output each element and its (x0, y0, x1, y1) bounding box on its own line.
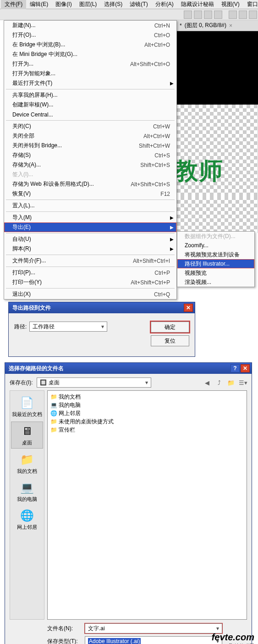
submenu-arrow-icon: ▶ (170, 246, 174, 251)
close-button[interactable]: ✕ (241, 364, 250, 372)
menu-item[interactable]: 导出(E)▶ (4, 222, 176, 232)
ok-button[interactable]: 确定 (151, 322, 189, 333)
menu-item[interactable]: 关闭并转到 Bridge...Shift+Ctrl+W (4, 141, 176, 150)
menu-item[interactable]: 打印(P)...Ctrl+P (4, 268, 176, 278)
dialog-titlebar[interactable]: 选择存储路径的文件名 ? ✕ (5, 363, 252, 374)
menu-item[interactable]: 新建(N)...Ctrl+N (4, 21, 176, 30)
menu-item[interactable]: 文件简介(F)...Alt+Shift+Ctrl+I (4, 256, 176, 266)
toolbar-icon[interactable] (184, 11, 192, 19)
toolbar-icon[interactable] (229, 11, 237, 19)
document-tab[interactable]: * (图层 0, RGB/8#) × (177, 20, 258, 31)
submenu-item[interactable]: 视频预览 (177, 268, 254, 278)
place-item[interactable]: 📁我的文档 (11, 450, 43, 477)
toolbar-icon[interactable] (239, 11, 247, 19)
menu-window[interactable]: 窗口 (243, 0, 258, 9)
up-icon[interactable]: ⤴ (215, 378, 223, 387)
menu-item[interactable]: 存储为 Web 和设备所用格式(D)...Alt+Shift+Ctrl+S (4, 179, 176, 189)
toolbar-icon[interactable] (214, 11, 222, 19)
menu-item[interactable]: 在 Bridge 中浏览(B)...Alt+Ctrl+O (4, 40, 176, 50)
menu-item[interactable]: 最近打开文件(T)▶ (4, 78, 176, 88)
reset-button[interactable]: 复位 (151, 335, 189, 346)
toolbar-icon[interactable] (249, 11, 257, 19)
submenu-item[interactable]: 路径到 Illustrator... (177, 259, 254, 268)
menu-item-label: 存储为(A)... (12, 161, 140, 169)
place-item[interactable]: 📄我最近的文档 (11, 394, 43, 420)
menu-item-label: 共享我的屏幕(H)... (12, 91, 170, 99)
menu-item-label: 导入(M) (12, 214, 170, 222)
back-icon[interactable]: ◀ (203, 378, 211, 387)
menu-image[interactable]: 图像(I) (52, 0, 75, 9)
submenu-item[interactable]: 将视频预览发送到设备 (177, 250, 254, 259)
file-icon: 📁 (50, 394, 57, 400)
save-in-value: 桌面 (49, 379, 60, 387)
menu-item-shortcut: Ctrl+P (154, 270, 170, 276)
toolbar-icon[interactable] (204, 11, 212, 19)
menu-item-label: 打开为... (12, 60, 130, 68)
menu-item[interactable]: 存储(S)Ctrl+S (4, 150, 176, 160)
close-icon[interactable]: × (229, 22, 232, 29)
menu-item[interactable]: 自动(U)▶ (4, 234, 176, 244)
filetype-select[interactable]: Adobe Illustrator (.ai) (85, 636, 222, 644)
place-item[interactable]: 🌐网上邻居 (11, 506, 43, 533)
menu-item-shortcut: Alt+Ctrl+O (144, 42, 170, 48)
dialog-titlebar[interactable]: 导出路径到文件 ✕ (9, 302, 195, 313)
menu-item[interactable]: 创建新审核(W)... (4, 100, 176, 110)
menu-file[interactable]: 文件(F) (1, 0, 26, 9)
help-button[interactable]: ? (231, 364, 240, 372)
submenu-item[interactable]: 渲染视频... (177, 278, 254, 287)
doc-tab-label: (图层 0, RGB/8#) (185, 22, 226, 29)
path-select[interactable]: 工作路径 (29, 322, 107, 332)
watermark: fevte.com 飞特教程网 (212, 632, 254, 644)
menu-item-label: 新建(N)... (12, 22, 154, 29)
save-in-select[interactable]: 🔲 桌面 (37, 378, 151, 388)
place-item[interactable]: 🖥桌面 (11, 422, 43, 449)
menu-item[interactable]: 打开为...Alt+Shift+Ctrl+O (4, 59, 176, 69)
new-folder-icon[interactable]: 📁 (227, 378, 235, 387)
menu-item[interactable]: 置入(L)... (4, 201, 176, 211)
menu-item-label: 导出(E) (12, 223, 170, 231)
place-label: 我的电脑 (17, 496, 37, 503)
menu-filter[interactable]: 滤镜(T) (126, 0, 151, 9)
submenu-item[interactable]: Zoomify... (177, 241, 254, 250)
submenu-arrow-icon: ▶ (170, 225, 174, 230)
menu-item[interactable]: 脚本(R)▶ (4, 244, 176, 254)
menu-view[interactable]: 视图(V) (218, 0, 243, 9)
menu-item[interactable]: 导入(M)▶ (4, 213, 176, 222)
desktop-icon: 🔲 (40, 379, 47, 386)
doc-tab-asterisk: * (180, 22, 182, 29)
menu-item[interactable]: 打印一份(Y)Alt+Shift+Ctrl+P (4, 278, 176, 287)
file-item[interactable]: 🌐网上邻居 (50, 409, 244, 417)
menu-item[interactable]: 恢复(V)F12 (4, 189, 176, 199)
view-menu-icon[interactable]: ☰▾ (239, 378, 247, 387)
filename-input[interactable]: 文字.ai (85, 623, 222, 633)
file-icon: 📁 (50, 418, 57, 425)
close-button[interactable]: ✕ (184, 304, 193, 312)
menu-item[interactable]: 打开为智能对象... (4, 69, 176, 78)
menu-item[interactable]: 退出(X)Ctrl+Q (4, 289, 176, 299)
menu-item[interactable]: 共享我的屏幕(H)... (4, 90, 176, 100)
file-item[interactable]: 📁宣传栏 (50, 426, 244, 434)
file-item[interactable]: 💻我的电脑 (50, 401, 244, 409)
menu-analysis[interactable]: 分析(A) (152, 0, 177, 9)
menu-item[interactable]: 关闭(C)Ctrl+W (4, 122, 176, 131)
toolbar-icon[interactable] (194, 11, 202, 19)
menu-edit[interactable]: 编辑(E) (26, 0, 52, 9)
file-item[interactable]: 📁我的文档 (50, 393, 244, 401)
export-paths-dialog: 导出路径到文件 ✕ 路径: 工作路径 确定 复位 (8, 302, 195, 357)
file-item[interactable]: 📁未使用的桌面快捷方式 (50, 417, 244, 426)
menu-item[interactable]: Device Central... (4, 110, 176, 119)
file-list[interactable]: 📁我的文档💻我的电脑🌐网上邻居📁未使用的桌面快捷方式📁宣传栏 (47, 390, 247, 620)
file-label: 未使用的桌面快捷方式 (59, 418, 114, 426)
menu-item[interactable]: 在 Mini Bridge 中浏览(G)... (4, 50, 176, 59)
place-item[interactable]: 💻我的电脑 (11, 478, 43, 505)
save-file-dialog: 选择存储路径的文件名 ? ✕ 保存在(I): 🔲 桌面 ◀ ⤴ 📁 ☰▾ 📄我最… (5, 362, 252, 644)
file-icon: 📁 (50, 427, 57, 433)
menu-item[interactable]: 打开(O)...Ctrl+O (4, 30, 176, 40)
filename-value: 文字.ai (88, 625, 105, 633)
menu-item-label: 关闭并转到 Bridge... (12, 142, 139, 150)
menu-item[interactable]: 存储为(A)...Shift+Ctrl+S (4, 160, 176, 170)
menu-layer[interactable]: 图层(L) (76, 0, 101, 9)
menu-item[interactable]: 关闭全部Alt+Ctrl+W (4, 131, 176, 141)
menu-select[interactable]: 选择(S) (100, 0, 126, 9)
menu-item-label: 签入(I)... (12, 171, 170, 178)
